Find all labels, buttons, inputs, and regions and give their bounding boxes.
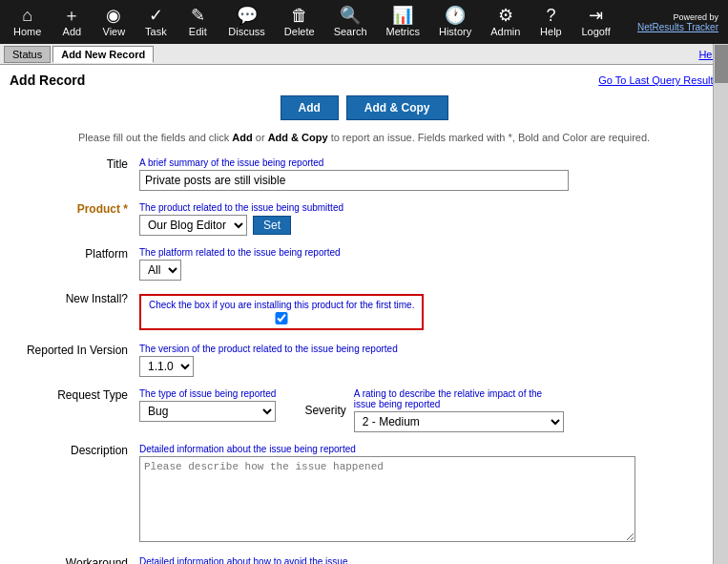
- title-hint: A brief summary of the issue being repor…: [139, 157, 713, 168]
- workaround-row: Workaround Detailed information about ho…: [10, 554, 718, 564]
- edit-icon: ✎: [191, 7, 205, 24]
- description-label: Description: [10, 441, 134, 548]
- powered-by: Powered by NetResults Tracker: [637, 0, 724, 44]
- nav-history[interactable]: 🕐 History: [429, 0, 481, 44]
- help-icon: ?: [546, 7, 555, 24]
- view-icon: ◉: [106, 7, 121, 24]
- home-icon: ⌂: [22, 7, 32, 24]
- new-install-label: New Install?: [10, 289, 134, 335]
- product-label: Product *: [10, 199, 134, 239]
- page-header: Add Record Go To Last Query Results: [10, 73, 718, 88]
- new-install-checkbox[interactable]: [149, 312, 414, 324]
- workaround-cell: Detailed information about how to avoid …: [134, 554, 718, 564]
- version-label: Reported In Version: [10, 341, 134, 380]
- tracker-link[interactable]: NetResults Tracker: [637, 22, 718, 32]
- severity-select-group: A rating to describe the relative impact…: [354, 388, 564, 432]
- button-row: Add Add & Copy: [10, 95, 718, 120]
- scrollbar-thumb[interactable]: [715, 45, 728, 83]
- new-install-hint: Check the box if you are installing this…: [149, 300, 414, 310]
- severity-group-label: Severity A rating to describe the relati…: [304, 388, 563, 432]
- severity-hint: A rating to describe the relative impact…: [354, 388, 564, 409]
- info-text: Please fill out the fields and click Add…: [10, 132, 718, 143]
- platform-cell: The platform related to the issue being …: [134, 244, 718, 283]
- product-select[interactable]: Our Blog Editor: [139, 215, 247, 236]
- severity-select[interactable]: 2 - Medium: [354, 411, 564, 432]
- product-hint: The product related to the issue being s…: [139, 202, 713, 213]
- request-type-group: The type of issue being reported Bug: [139, 388, 276, 422]
- delete-icon: 🗑: [291, 7, 308, 24]
- nav-delete[interactable]: 🗑 Delete: [275, 0, 324, 44]
- nav-metrics[interactable]: 📊 Metrics: [377, 0, 429, 44]
- workaround-hint: Detailed information about how to avoid …: [139, 556, 713, 564]
- metrics-icon: 📊: [392, 7, 413, 24]
- add-button[interactable]: Add: [281, 95, 339, 120]
- request-type-hint: The type of issue being reported: [139, 388, 276, 399]
- admin-icon: ⚙: [498, 7, 513, 24]
- nav-add[interactable]: ＋ Add: [51, 0, 93, 44]
- logoff-icon: ⇥: [589, 7, 603, 24]
- platform-row: Platform The platform related to the iss…: [10, 244, 718, 283]
- version-select[interactable]: 1.1.0: [139, 356, 194, 377]
- new-install-row: New Install? Check the box if you are in…: [10, 289, 718, 335]
- discuss-icon: 💬: [237, 7, 258, 24]
- add-copy-button[interactable]: Add & Copy: [346, 95, 448, 120]
- request-severity-cell: The type of issue being reported Bug Sev…: [134, 386, 718, 435]
- platform-label: Platform: [10, 244, 134, 283]
- description-textarea[interactable]: [139, 456, 635, 542]
- version-row: Reported In Version The version of the p…: [10, 341, 718, 380]
- title-input[interactable]: [139, 170, 569, 191]
- nav-edit[interactable]: ✎ Edit: [177, 0, 218, 44]
- title-row: Title A brief summary of the issue being…: [10, 155, 718, 194]
- scrollbar-track[interactable]: [713, 44, 728, 564]
- request-type-select[interactable]: Bug: [139, 401, 276, 422]
- nav-bar: ⌂ Home ＋ Add ◉ View ✓ Task ✎ Edit 💬 Disc…: [0, 0, 728, 44]
- product-input-row: Our Blog Editor Set: [139, 215, 713, 236]
- description-cell: Detailed information about the issue bei…: [134, 441, 718, 548]
- go-to-last-query-link[interactable]: Go To Last Query Results: [598, 74, 718, 86]
- request-severity-row: Request Type The type of issue being rep…: [10, 386, 718, 435]
- nav-logoff[interactable]: ⇥ Logoff: [572, 0, 619, 44]
- status-bar: Status Add New Record Help: [0, 44, 728, 65]
- request-type-label: Request Type: [10, 386, 134, 435]
- set-button[interactable]: Set: [253, 216, 291, 235]
- version-cell: The version of the product related to th…: [134, 341, 718, 380]
- search-icon: 🔍: [340, 7, 361, 24]
- product-cell: The product related to the issue being s…: [134, 199, 718, 239]
- tab-status[interactable]: Status: [4, 46, 51, 63]
- form-table: Title A brief summary of the issue being…: [10, 155, 718, 564]
- new-install-cell: Check the box if you are installing this…: [134, 289, 718, 335]
- nav-help[interactable]: ? Help: [530, 0, 572, 44]
- tab-add-new-record[interactable]: Add New Record: [52, 46, 154, 63]
- status-tabs: Status Add New Record: [4, 46, 154, 63]
- history-icon: 🕐: [445, 7, 466, 24]
- version-hint: The version of the product related to th…: [139, 344, 713, 354]
- platform-select[interactable]: All: [139, 260, 181, 281]
- add-icon: ＋: [63, 7, 80, 24]
- task-icon: ✓: [149, 7, 163, 24]
- main-content: Add Record Go To Last Query Results Add …: [0, 65, 728, 564]
- workaround-label: Workaround: [10, 554, 134, 564]
- description-row: Description Detailed information about t…: [10, 441, 718, 548]
- nav-home[interactable]: ⌂ Home: [4, 0, 51, 44]
- nav-task[interactable]: ✓ Task: [135, 0, 177, 44]
- page-title: Add Record: [10, 73, 85, 88]
- product-row: Product * The product related to the iss…: [10, 199, 718, 239]
- nav-view[interactable]: ◉ View: [93, 0, 135, 44]
- title-cell: A brief summary of the issue being repor…: [134, 155, 718, 194]
- title-label: Title: [10, 155, 134, 194]
- platform-hint: The platform related to the issue being …: [139, 247, 713, 258]
- nav-search[interactable]: 🔍 Search: [324, 0, 377, 44]
- severity-row: The type of issue being reported Bug Sev…: [139, 388, 713, 432]
- nav-discuss[interactable]: 💬 Discuss: [218, 0, 275, 44]
- new-install-box: Check the box if you are installing this…: [139, 294, 424, 330]
- description-hint: Detailed information about the issue bei…: [139, 444, 713, 454]
- nav-admin[interactable]: ⚙ Admin: [481, 0, 530, 44]
